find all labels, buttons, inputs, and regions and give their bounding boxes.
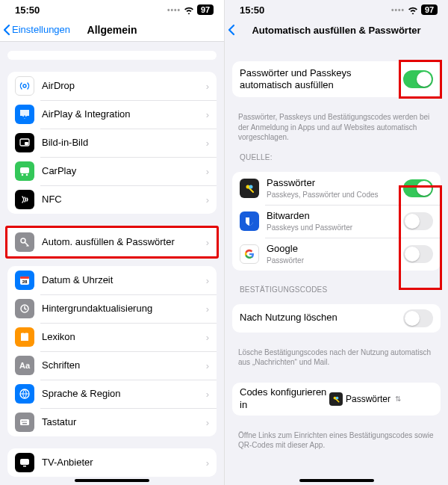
settings-list[interactable]: AirDrop › AirPlay & Integration › Bild-i…	[0, 42, 224, 485]
cellular-icon: ••••	[391, 6, 405, 14]
autofill-toggle[interactable]	[403, 70, 433, 88]
row-keyboard[interactable]: Tastatur ›	[7, 408, 217, 436]
sources-header: QUELLE:	[225, 150, 448, 164]
svg-rect-13	[22, 421, 23, 422]
book-icon	[15, 327, 34, 347]
group-stub-top	[7, 51, 217, 60]
svg-rect-3	[20, 167, 29, 173]
carplay-icon	[15, 161, 34, 181]
row-tv-provider[interactable]: TV-Anbieter ›	[7, 448, 217, 477]
battery-icon: 97	[421, 4, 438, 15]
group-tv: TV-Anbieter ›	[7, 448, 217, 477]
tv-icon	[15, 453, 34, 472]
source-google-toggle[interactable]	[403, 245, 433, 263]
main-toggle-footer: Passwörter, Passkeys und Bestätigungscod…	[225, 109, 448, 150]
row-lexikon[interactable]: Lexikon ›	[7, 323, 217, 351]
nav-bar: Einstellungen Allgemein	[0, 18, 224, 42]
nav-title: Automatisch ausfüllen & Passwörter	[252, 25, 420, 36]
keyboard-icon	[15, 413, 34, 432]
wifi-icon	[408, 6, 418, 14]
group-autofill-highlighted: Autom. ausfüllen & Passwörter ›	[5, 226, 219, 259]
configure-codes-selector[interactable]: Passwörter ⇅	[329, 392, 401, 406]
wifi-icon	[184, 6, 194, 14]
svg-rect-16	[22, 423, 27, 424]
airdrop-icon	[15, 76, 34, 96]
chevron-right-icon: ›	[206, 303, 209, 315]
fonts-icon: Aa	[15, 356, 34, 375]
chevron-right-icon: ›	[206, 138, 209, 149]
chevron-right-icon: ›	[206, 457, 209, 469]
google-icon	[240, 244, 259, 264]
row-configure-codes[interactable]: Codes konfigurieren in Passwörter ⇅	[232, 383, 441, 416]
nav-title: Allgemein	[87, 24, 137, 36]
airplay-icon	[15, 105, 34, 124]
svg-rect-2	[25, 142, 28, 145]
svg-rect-12	[20, 419, 29, 425]
delete-codes-toggle[interactable]	[403, 309, 433, 327]
back-button[interactable]: Einstellungen	[3, 18, 70, 41]
chevron-right-icon: ›	[206, 237, 209, 248]
svg-rect-14	[24, 421, 25, 422]
svg-rect-18	[23, 466, 26, 467]
status-right: •••• 97	[167, 4, 214, 15]
svg-point-22	[336, 396, 339, 399]
row-pip[interactable]: Bild-in-Bild ›	[7, 129, 217, 157]
chevron-right-icon: ›	[206, 166, 209, 177]
svg-point-0	[23, 84, 26, 87]
status-time: 15:50	[240, 4, 264, 16]
chevron-right-icon: ›	[206, 332, 209, 343]
row-language[interactable]: Sprache & Region ›	[7, 380, 217, 408]
group-main-toggle: Passwörter und Passkeys automatisch ausf…	[232, 61, 441, 97]
pip-icon	[15, 133, 34, 152]
chevron-right-icon: ›	[206, 109, 209, 120]
row-autofill-passwords[interactable]: Autom. ausfüllen & Passwörter ›	[7, 228, 217, 256]
status-bar: 15:50 •••• 97	[225, 0, 448, 18]
delete-codes-footer: Lösche Bestätigungscodes nach der Nutzun…	[225, 345, 448, 375]
row-datetime[interactable]: 28 Datum & Uhrzeit ›	[7, 266, 217, 294]
row-airplay[interactable]: AirPlay & Integration ›	[7, 100, 217, 129]
chevron-right-icon: ›	[206, 360, 209, 371]
row-source-bitwarden: Bitwarden Passkeys und Passwörter	[232, 205, 441, 238]
row-carplay[interactable]: CarPlay ›	[7, 157, 217, 185]
chevron-right-icon: ›	[206, 275, 209, 286]
svg-rect-15	[25, 421, 27, 422]
configure-codes-footer: Öffne Links zum Einrichten eines Bestäti…	[225, 427, 448, 458]
key-icon	[15, 232, 34, 252]
passwords-app-icon	[240, 179, 259, 198]
nfc-icon	[15, 190, 34, 209]
chevron-left-icon	[228, 24, 235, 36]
chevron-right-icon: ›	[206, 81, 209, 92]
phone-right: 15:50 •••• 97 Automatisch ausfüllen & Pa…	[224, 0, 448, 485]
codes-header: BESTÄTIGUNGSCODES	[225, 282, 448, 297]
autofill-settings-list[interactable]: Passwörter und Passkeys automatisch ausf…	[225, 42, 448, 485]
home-indicator[interactable]	[299, 479, 374, 482]
source-passwords-toggle[interactable]	[403, 179, 433, 197]
row-fonts[interactable]: Aa Schriften ›	[7, 351, 217, 380]
row-autofill-toggle: Passwörter und Passkeys automatisch ausf…	[232, 61, 441, 97]
row-airdrop[interactable]: AirDrop ›	[7, 72, 217, 100]
chevron-right-icon: ›	[206, 417, 209, 428]
svg-point-20	[249, 185, 253, 188]
chevron-right-icon: ›	[206, 194, 209, 206]
passwords-app-icon	[329, 392, 343, 406]
row-source-passwords: Passwörter Passkeys, Passwörter und Code…	[232, 172, 441, 205]
nav-bar: Automatisch ausfüllen & Passwörter	[225, 18, 448, 42]
svg-rect-8	[20, 277, 29, 279]
row-bgrefresh[interactable]: Hintergrundaktualisierung ›	[7, 294, 217, 323]
home-indicator[interactable]	[75, 479, 149, 482]
svg-point-5	[26, 174, 28, 176]
row-nfc[interactable]: NFC ›	[7, 185, 217, 214]
group-sources: Passwörter Passkeys, Passwörter und Code…	[232, 172, 441, 271]
group-delete-codes: Nach Nutzung löschen	[232, 304, 441, 333]
group-general-1: AirDrop › AirPlay & Integration › Bild-i…	[7, 72, 217, 214]
svg-rect-17	[20, 459, 29, 465]
status-time: 15:50	[15, 4, 40, 16]
status-bar: 15:50 •••• 97	[0, 0, 224, 18]
back-button[interactable]	[228, 18, 237, 42]
updown-icon: ⇅	[395, 395, 401, 403]
group-configure-codes: Codes konfigurieren in Passwörter ⇅	[232, 383, 441, 416]
calendar-icon: 28	[15, 271, 34, 290]
chevron-right-icon: ›	[206, 389, 209, 400]
group-general-2: 28 Datum & Uhrzeit › Hintergrundaktualis…	[7, 266, 217, 436]
source-bitwarden-toggle[interactable]	[403, 212, 433, 230]
